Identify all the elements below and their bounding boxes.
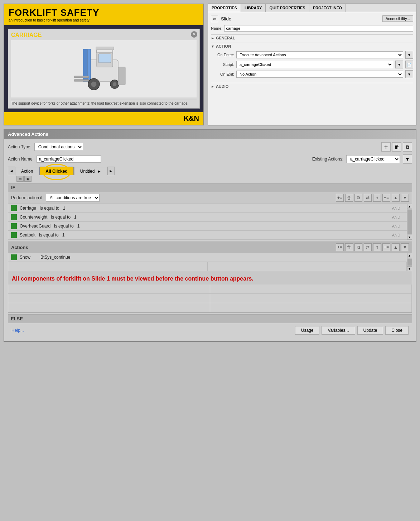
actions-add-list[interactable]: +≡ [382,243,390,251]
tab-action-label: Action [21,169,33,174]
empty-row-3 [8,294,412,303]
if-arrow-up[interactable]: ▲ [392,194,400,202]
accessibility-button[interactable]: Accessibility... [382,15,413,22]
update-button[interactable]: Update [357,326,383,335]
condition-color-3 [11,223,17,229]
tab-properties[interactable]: PROPERTIES [208,4,241,12]
actions-arrow-down[interactable]: ▼ [401,243,409,251]
audio-label: AUDIO [216,84,228,89]
tab-library[interactable]: LIBRARY [241,4,266,12]
properties-tabs: PROPERTIES LIBRARY QUIZ PROPERTIES PROJE… [208,4,416,12]
actions-toolbar: +≡ 🗑 ⧉ ⇄ ⬆ +≡ ▲ ▼ [336,243,409,251]
existing-actions-label: Existing Actions: [312,157,343,162]
svg-rect-14 [96,47,114,50]
condition-color-2 [11,214,17,220]
actions-section: Actions +≡ 🗑 ⧉ ⇄ ⬆ +≡ ▲ ▼ Show [8,242,412,313]
scrollbar-up-if[interactable]: ▲ [407,204,412,209]
perform-select[interactable]: All conditions are true [46,194,100,202]
action-section-header[interactable]: ▼ ACTION [211,43,413,49]
actions-header-row: Actions +≡ 🗑 ⧉ ⇄ ⬆ +≡ ▲ ▼ [8,242,412,253]
empty-cell-2a [8,285,210,293]
actions-shuffle[interactable]: ⇄ [364,243,372,251]
if-move-up[interactable]: ⬆ [373,194,381,202]
empty-cell-2b [210,285,412,293]
script-arrow[interactable]: ▼ [395,61,403,68]
slide-close-button[interactable]: ✕ [191,31,197,38]
tab-action[interactable]: Action [15,167,39,175]
condition-row-counterweight: Counterweight is equal to 1 AND [8,213,407,222]
scrollbar-down-if[interactable]: ▼ [407,235,412,240]
if-add-row[interactable]: +≡ [336,194,344,202]
condition-text-1: Carriage is equal to 1 [20,206,389,211]
actions-delete-row[interactable]: 🗑 [345,243,353,251]
on-enter-arrow[interactable]: ▼ [405,51,413,59]
slide-inner: ✕ CARRIAGE [8,29,200,109]
tab-project-info[interactable]: PROJECT INFO [309,4,346,12]
condition-color-1 [11,205,17,211]
existing-actions-select[interactable]: a_carriageClicked [346,155,400,163]
actions-arrow-up[interactable]: ▲ [392,243,400,251]
condition-text-4: Seatbelt is equal to 1 [20,233,389,238]
tab-all-clicked[interactable]: All Clicked [39,167,74,175]
condition-row-carriage: Carriage is equal to 1 AND [8,204,407,213]
condition-and-4: AND [392,233,400,237]
svg-rect-2 [98,54,111,63]
slide-header: FORKLIFT SAFETY an introduction to basic… [4,4,203,25]
tabs-row: ◄ Action All Clicked Untitled ► ► [8,167,412,175]
add-action-button[interactable]: + [381,142,391,152]
slide-content: ✕ CARRIAGE [4,25,203,112]
help-link[interactable]: Help... [11,328,24,333]
tab-quiz-properties[interactable]: QUIZ PROPERTIES [266,4,309,12]
on-exit-arrow[interactable]: ▼ [405,70,413,78]
general-section-header[interactable]: ► GENERAL [211,34,413,41]
close-button[interactable]: Close [385,326,409,335]
if-add-list[interactable]: +≡ [382,194,390,202]
forklift-image [11,40,197,97]
if-arrow-down[interactable]: ▼ [401,194,409,202]
condition-and-2: AND [392,215,400,219]
slide-footer: K&N [4,112,203,125]
script-select[interactable]: a_carriageClicked [236,61,393,68]
action-rows: On Enter: Execute Advanced Actions ▼ Scr… [211,49,413,81]
action-type-select[interactable]: Conditional actions [34,143,83,151]
action-name-row: Action Name: Existing Actions: a_carriag… [8,154,412,164]
usage-button[interactable]: Usage [295,326,320,335]
actions-move-up[interactable]: ⬆ [373,243,381,251]
slide-icon: ▭ [211,15,218,22]
delete-action-button[interactable]: 🗑 [392,142,401,152]
variables-button[interactable]: Variables... [322,326,355,335]
if-shuffle[interactable]: ⇄ [364,194,372,202]
tab-untitled[interactable]: Untitled ► [74,167,107,175]
conditions-area: Carriage is equal to 1 AND Counterweight… [8,204,412,240]
on-enter-row: On Enter: Execute Advanced Actions ▼ [214,51,413,59]
tab-nav-right[interactable]: ► [107,167,115,175]
svg-point-10 [112,82,117,86]
tab-nav-left[interactable]: ◄ [8,167,15,175]
actions-add-row[interactable]: +≡ [336,243,344,251]
action-verb-1: Show [20,255,30,260]
existing-actions-arrow[interactable]: ▼ [403,154,412,164]
tab-sub-icon-2[interactable]: ▦ [24,176,32,182]
action-arrow: ▼ [211,44,214,48]
slide-caption: The support device for forks or other at… [11,100,197,105]
condition-text-2: Counterweight is equal to 1 [20,215,389,220]
condition-row-seatbelt: Seatbelt is equal to 1 AND [8,231,407,240]
properties-panel: PROPERTIES LIBRARY QUIZ PROPERTIES PROJE… [208,4,416,125]
actions-rows-area: Show BtSys_continue ▲ ▼ [8,253,412,271]
copy-action-button[interactable]: ⧉ [403,142,412,152]
actions-copy-row[interactable]: ⧉ [354,243,362,251]
on-enter-select[interactable]: Execute Advanced Actions [236,51,403,58]
if-delete-row[interactable]: 🗑 [345,194,353,202]
tabs-wrapper: ◄ Action All Clicked Untitled ► ► ▭ ▦ [8,167,412,183]
script-edit-icon[interactable]: 📄 [405,61,413,68]
actions-empty-row-1 [8,262,407,271]
on-exit-select[interactable]: No Action [236,71,403,78]
actions-data-rows: Show BtSys_continue [8,253,407,271]
action-name-input[interactable] [37,156,101,163]
if-copy-row[interactable]: ⧉ [354,194,362,202]
scrollbar-up-actions[interactable]: ▲ [407,253,412,258]
name-input[interactable] [224,25,413,32]
tab-sub-icon-1[interactable]: ▭ [16,176,24,182]
scrollbar-down-actions[interactable]: ▼ [407,266,412,271]
audio-section-header[interactable]: ► AUDIO [211,83,413,90]
